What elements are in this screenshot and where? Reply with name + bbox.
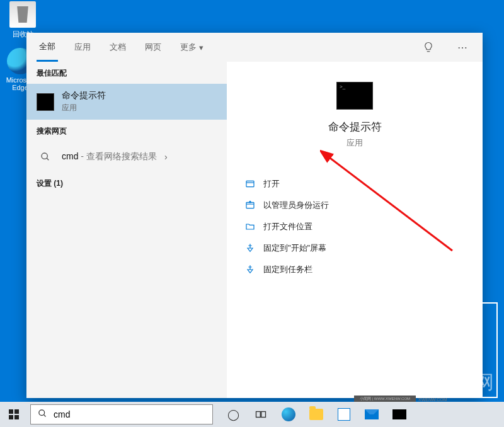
task-view-icon: [255, 409, 266, 420]
start-button[interactable]: [0, 402, 28, 427]
search-icon: [37, 148, 54, 166]
tab-web[interactable]: 网页: [142, 34, 164, 60]
task-view-button[interactable]: [247, 402, 275, 427]
taskbar-search[interactable]: [30, 404, 213, 424]
search-input[interactable]: [54, 409, 212, 419]
chevron-right-icon: ›: [164, 152, 168, 162]
action-pin-taskbar-label: 固定到任务栏: [263, 264, 312, 275]
feedback-button[interactable]: [418, 37, 438, 57]
taskbar: ◯: [0, 402, 504, 427]
result-sub: 应用: [62, 103, 217, 113]
action-pin-start-label: 固定到"开始"屏幕: [263, 242, 326, 254]
svg-line-1: [47, 158, 49, 160]
web-query: cmd: [62, 151, 78, 161]
section-settings[interactable]: 设置 (1): [26, 172, 227, 194]
tabs-row: 全部 应用 文档 网页 更多 ▾ ⋯: [26, 33, 483, 62]
taskbar-terminal[interactable]: [386, 402, 413, 427]
svg-point-5: [38, 410, 44, 416]
action-open-location-label: 打开文件位置: [263, 221, 312, 232]
action-open-location[interactable]: 打开文件位置: [241, 216, 469, 237]
credit-bar: 小闻网 | WWW.XWENW.COM: [354, 396, 416, 402]
taskbar-explorer[interactable]: [302, 402, 330, 427]
tab-apps[interactable]: 应用: [72, 34, 93, 60]
tab-more[interactable]: 更多 ▾: [178, 34, 206, 60]
detail-app-icon: [336, 82, 373, 110]
feedback-icon: [423, 42, 434, 53]
action-open[interactable]: 打开: [241, 173, 469, 195]
terminal-icon: [392, 409, 406, 419]
result-title: 命令提示符: [62, 90, 217, 101]
edge-icon: [282, 407, 295, 421]
cortana-button[interactable]: ◯: [219, 402, 247, 427]
action-pin-taskbar[interactable]: 固定到任务栏: [241, 259, 469, 280]
result-web-cmd[interactable]: cmd - 查看网络搜索结果 ›: [26, 142, 227, 172]
admin-icon: [244, 200, 256, 211]
svg-point-0: [42, 153, 47, 159]
folder-icon: [309, 409, 323, 420]
folder-icon: [244, 221, 256, 232]
action-open-label: 打开: [263, 178, 280, 190]
result-cmd[interactable]: 命令提示符 应用: [26, 84, 227, 120]
recycle-bin-icon: [9, 1, 36, 28]
section-best-match: 最佳匹配: [26, 62, 227, 84]
credit-text: XWENW.COM: [418, 397, 447, 402]
web-result-text: cmd - 查看网络搜索结果: [62, 151, 157, 162]
results-column: 最佳匹配 命令提示符 应用 搜索网页 cmd - 查看网络搜索结果 ›: [26, 62, 227, 398]
web-suffix: - 查看网络搜索结果: [78, 151, 156, 161]
watermark-text: 小闻网: [432, 370, 496, 396]
taskbar-mail[interactable]: [358, 402, 386, 427]
search-icon: [31, 409, 54, 420]
open-icon: [244, 178, 256, 190]
pin-taskbar-icon: [244, 264, 256, 275]
windows-icon: [9, 409, 19, 419]
svg-rect-2: [246, 181, 254, 186]
mail-icon: [365, 409, 379, 419]
more-options-button[interactable]: ⋯: [452, 37, 472, 57]
chevron-down-icon: ▾: [199, 43, 203, 52]
detail-sub: 应用: [346, 137, 363, 149]
taskbar-edge[interactable]: [275, 402, 302, 427]
action-run-admin-label: 以管理员身份运行: [263, 200, 329, 211]
circle-icon: ◯: [227, 408, 239, 421]
ellipsis-icon: ⋯: [457, 42, 467, 54]
action-pin-start[interactable]: 固定到"开始"屏幕: [241, 237, 469, 259]
tab-more-label: 更多: [180, 42, 197, 53]
store-icon: [338, 408, 350, 421]
svg-line-6: [43, 414, 45, 416]
section-search-web: 搜索网页: [26, 120, 227, 142]
svg-rect-8: [261, 412, 266, 418]
taskbar-store[interactable]: [330, 402, 358, 427]
cmd-icon: [37, 93, 54, 111]
detail-title: 命令提示符: [328, 120, 382, 134]
tab-all[interactable]: 全部: [37, 33, 58, 62]
pin-start-icon: [244, 242, 256, 254]
svg-rect-7: [256, 412, 261, 418]
action-run-admin[interactable]: 以管理员身份运行: [241, 195, 469, 216]
tab-docs[interactable]: 文档: [107, 34, 129, 60]
